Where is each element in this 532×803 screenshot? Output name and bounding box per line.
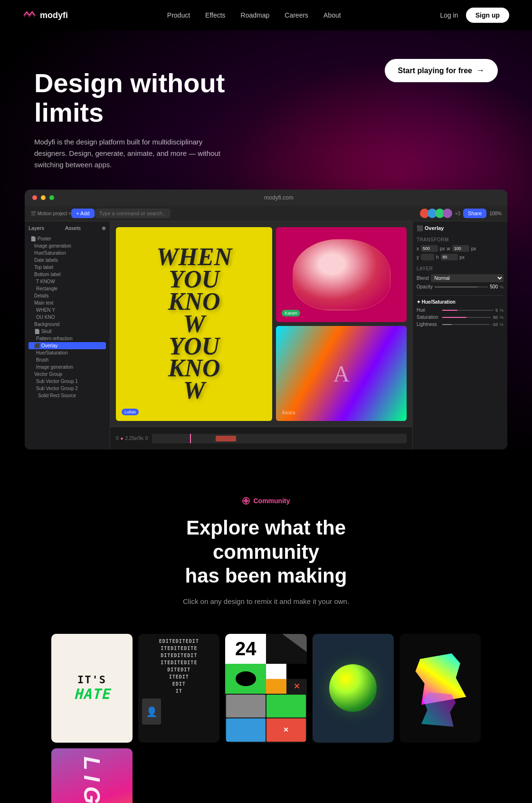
tree-item: Image generation: [28, 242, 106, 249]
canvas-cards-col: Karam A Awara: [276, 227, 407, 421]
hero-title: Design without limits: [34, 68, 272, 127]
opacity-slider[interactable]: [435, 287, 488, 287]
sidebar-right: ⬛ Overlay Transform x px w px: [412, 221, 507, 449]
logo-icon: [23, 10, 36, 20]
tree-item: 📄 Poster: [28, 235, 106, 242]
nav-links: Product Effects Roadmap Careers About: [167, 11, 341, 19]
nav-item-about[interactable]: About: [323, 11, 341, 19]
search-icon[interactable]: ⊕: [102, 225, 106, 231]
skull-art: [293, 239, 390, 310]
sat-fill: [442, 317, 466, 318]
y-label: y: [417, 255, 419, 260]
layers-tab[interactable]: Layers: [28, 225, 44, 231]
gallery-item-24[interactable]: 24 ✕ ✕: [225, 634, 306, 742]
nav-item-product[interactable]: Product: [167, 11, 190, 19]
24-x-cell: ✕: [286, 679, 307, 694]
community-title: Explore what the communityhas been makin…: [147, 516, 385, 588]
opacity-label: Opacity: [417, 284, 433, 289]
tree-item: Top label: [28, 264, 106, 271]
opacity-fill: [435, 287, 477, 287]
logo[interactable]: modyfi: [23, 10, 68, 20]
sat-value: 50: [493, 315, 498, 320]
timeline-controls: 0 ● 2.25e/9x 0: [116, 436, 148, 441]
app-toolbar: 🎬 Motion project > + Add +3 Share 100%: [25, 206, 507, 221]
nav-actions: Log in Sign up: [440, 8, 509, 23]
timeline-track[interactable]: [152, 434, 407, 443]
24-b3: [226, 718, 266, 741]
app-titlebar: modyfi.com: [25, 190, 507, 206]
sat-slider[interactable]: [442, 317, 491, 318]
24-grid-cell: [266, 664, 286, 679]
light-slider[interactable]: [442, 324, 490, 325]
w-input[interactable]: [452, 245, 469, 252]
gallery-item-its-hate[interactable]: IT'S HATE: [51, 634, 133, 742]
command-search[interactable]: [95, 209, 171, 218]
y-input[interactable]: [421, 254, 434, 260]
blend-select[interactable]: Normal: [431, 274, 504, 282]
community-label: Community: [254, 497, 290, 505]
panel-overlay: ⬛ Overlay: [417, 225, 504, 231]
tree-item: T KNOW: [28, 278, 106, 285]
sidebar-header: Layers Assets ⊕: [28, 225, 106, 231]
frame-rate: 2.25e/9x: [125, 436, 143, 441]
transform-row-y: y h px: [417, 254, 504, 260]
24-x: ✕: [294, 682, 300, 691]
hero-subtitle: Modyfi is the design platform built for …: [34, 136, 224, 171]
its-hate-art: IT'S HATE: [74, 674, 110, 702]
transform-label: Transform: [417, 237, 504, 242]
light-row: Lightness -10 %: [417, 322, 504, 327]
assets-tab[interactable]: Assets: [65, 225, 81, 231]
tree-item: Image generation: [28, 363, 106, 371]
app-body: Layers Assets ⊕ 📄 Poster Image generatio…: [25, 221, 507, 449]
nav-item-careers[interactable]: Careers: [285, 11, 308, 19]
cta-button[interactable]: Start playing for free →: [385, 59, 498, 82]
blend-label: Blend: [417, 276, 429, 281]
nav-item-effects[interactable]: Effects: [205, 11, 226, 19]
24-circle: [236, 671, 256, 686]
hue-slider[interactable]: [442, 310, 494, 311]
canvas-card-abstract[interactable]: A Awara: [276, 326, 407, 421]
px3-label: px: [460, 255, 465, 260]
canvas-main: WHENYOUKNOWYOUKNOW Lukas Karam: [110, 221, 412, 427]
light-value: -10: [492, 322, 498, 327]
gallery-item-glitch[interactable]: [399, 634, 481, 742]
gallery-item-sphere[interactable]: [313, 634, 394, 742]
tree-item: Rectangle: [28, 285, 106, 292]
transform-row-x: x px w px: [417, 245, 504, 252]
share-button[interactable]: Share: [463, 209, 486, 218]
zoom-level: 100%: [489, 211, 502, 216]
community-icon: [242, 497, 250, 505]
x-input[interactable]: [421, 245, 438, 252]
app-screenshot: modyfi.com 🎬 Motion project > + Add +3 S…: [25, 190, 507, 449]
h-input[interactable]: [441, 254, 458, 260]
dot-close: [32, 195, 37, 200]
tree-item-overlay[interactable]: ⬛ Overlay: [28, 342, 106, 349]
logo-text: modyfi: [40, 10, 68, 20]
gallery-item-light[interactable]: LIGHT: [51, 748, 133, 803]
tree-item: Brush: [28, 356, 106, 363]
add-button[interactable]: + Add: [71, 209, 94, 218]
24-b2: [266, 695, 306, 717]
panel-layer: Layer Blend Normal Opacity: [417, 266, 504, 289]
canvas-card-yellow[interactable]: WHENYOUKNOWYOUKNOW Lukas: [116, 227, 272, 421]
hero-section: Design without limits Modyfi is the desi…: [0, 30, 532, 449]
24-text: 24: [225, 634, 266, 664]
blend-row: Blend Normal: [417, 274, 504, 282]
nav-item-roadmap[interactable]: Roadmap: [241, 11, 270, 19]
gallery-grid-row1: IT'S HATE EDITEDITEDITITEDITEDITEDITEDIT…: [34, 634, 498, 803]
navbar: modyfi Product Effects Roadmap Careers A…: [0, 0, 532, 30]
community-badge: Community: [242, 497, 290, 505]
overlay-label: ⬛ Overlay: [417, 225, 444, 231]
login-button[interactable]: Log in: [440, 11, 458, 19]
signup-button[interactable]: Sign up: [466, 8, 509, 23]
canvas-card-skull[interactable]: Karam: [276, 227, 407, 322]
tree-item: Date labels: [28, 257, 106, 264]
cta-arrow-icon: →: [476, 66, 484, 76]
tree-item: Sub Vector Group 1: [28, 378, 106, 385]
hue-row: Hue 5 %: [417, 307, 504, 313]
24-dark: [266, 634, 307, 664]
collaborators-count: +3: [455, 211, 460, 216]
panel-header: ⬛ Overlay: [417, 225, 504, 231]
gallery-item-edit-text[interactable]: EDITEDITEDITITEDITEDITEDITEDITEDITITEDIT…: [138, 634, 219, 742]
letter-art: A: [333, 361, 350, 387]
